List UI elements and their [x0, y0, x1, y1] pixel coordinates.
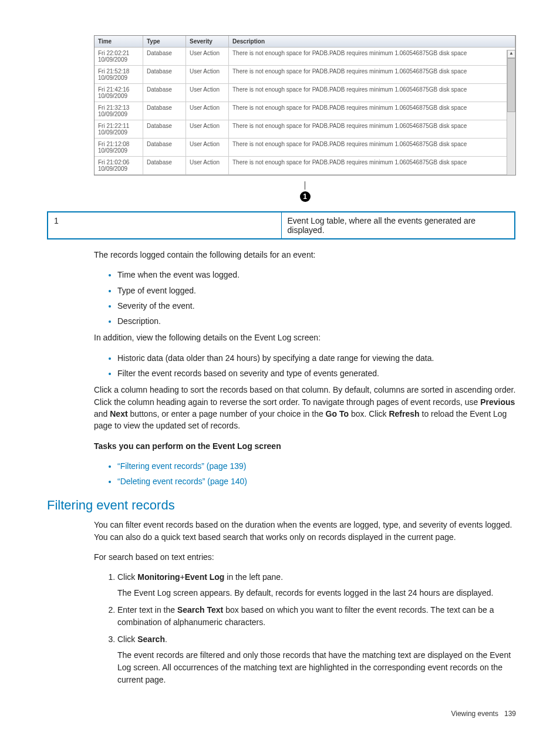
para-search-intro: For search based on text entries:: [94, 551, 516, 563]
page-footer: Viewing events 139: [47, 710, 516, 718]
list-item: Time when the event was logged.: [117, 269, 516, 281]
xref-link[interactable]: “Filtering event records” (page 139): [117, 461, 246, 471]
step-3-note: The event records are filtered and only …: [117, 649, 516, 686]
cell-severity: User Action: [186, 48, 229, 66]
heading-filtering-event-records: Filtering event records: [47, 498, 516, 513]
cell-description: There is not enough space for PADB.PADB …: [229, 102, 515, 120]
step-1-note: The Event Log screen appears. By default…: [117, 587, 516, 599]
cell-time: Fri 21:42:1610/09/2009: [95, 84, 143, 102]
cell-type: Database: [143, 48, 186, 66]
list-item[interactable]: “Filtering event records” (page 139): [117, 460, 516, 472]
cell-severity: User Action: [186, 157, 229, 175]
xref-link[interactable]: “Deleting event records” (page 140): [117, 477, 247, 486]
cell-time: Fri 21:32:1310/09/2009: [95, 102, 143, 120]
task-links-list: “Filtering event records” (page 139)“Del…: [94, 460, 516, 488]
cell-description: There is not enough space for PADB.PADB …: [229, 157, 515, 175]
legend-key: 1: [48, 212, 281, 239]
cell-severity: User Action: [186, 120, 229, 139]
cell-type: Database: [143, 66, 186, 84]
col-header-description[interactable]: Description: [229, 36, 515, 48]
step-2: Enter text in the Search Text box based …: [117, 604, 516, 629]
list-item[interactable]: “Deleting event records” (page 140): [117, 475, 516, 487]
list-item: Historic data (data older than 24 hours)…: [117, 352, 516, 364]
cell-severity: User Action: [186, 84, 229, 102]
cell-time: Fri 21:12:0810/09/2009: [95, 139, 143, 157]
cell-severity: User Action: [186, 139, 229, 157]
event-log-table: Time Type Severity Description Fri 22:02…: [94, 35, 516, 175]
para-records-intro: The records logged contain the following…: [94, 249, 516, 261]
table-row: Fri 22:02:2110/09/2009DatabaseUser Actio…: [95, 48, 515, 66]
callout: 1: [94, 181, 516, 202]
cell-description: There is not enough space for PADB.PADB …: [229, 48, 515, 66]
cell-description: There is not enough space for PADB.PADB …: [229, 84, 515, 102]
scroll-up-icon[interactable]: ▲: [507, 50, 515, 58]
cell-description: There is not enough space for PADB.PADB …: [229, 139, 515, 157]
para-filter-intro: You can filter event records based on th…: [94, 519, 516, 543]
list-item: Description.: [117, 315, 516, 327]
footer-page-number: 139: [504, 710, 516, 718]
table-row: Fri 21:02:0610/09/2009DatabaseUser Actio…: [95, 157, 515, 175]
event-table-header-row: Time Type Severity Description: [95, 36, 515, 48]
step-1: Click Monitoring+Event Log in the left p…: [117, 571, 516, 599]
list-item: Severity of the event.: [117, 300, 516, 312]
table-row: Fri 21:12:0810/09/2009DatabaseUser Actio…: [95, 139, 515, 157]
list-item: Filter the event records based on severi…: [117, 367, 516, 379]
para-in-addition: In addition, view the following details …: [94, 332, 516, 343]
cell-description: There is not enough space for PADB.PADB …: [229, 120, 515, 139]
table-row: Fri 21:52:1810/09/2009DatabaseUser Actio…: [95, 66, 515, 84]
scrollbar[interactable]: ▲: [507, 50, 515, 175]
cell-description: There is not enough space for PADB.PADB …: [229, 66, 515, 84]
para-sort-navigate: Click a column heading to sort the recor…: [94, 384, 516, 431]
table-row: Fri 21:42:1610/09/2009DatabaseUser Actio…: [95, 84, 515, 102]
cell-type: Database: [143, 157, 186, 175]
details-list: Time when the event was logged.Type of e…: [94, 269, 516, 327]
cell-type: Database: [143, 84, 186, 102]
col-header-type[interactable]: Type: [143, 36, 186, 48]
cell-time: Fri 21:22:1110/09/2009: [95, 120, 143, 139]
step-3: Click Search. The event records are filt…: [117, 633, 516, 686]
cell-type: Database: [143, 139, 186, 157]
legend-table: 1 Event Log table, where all the events …: [47, 211, 515, 239]
callout-number-icon: 1: [300, 191, 311, 202]
cell-time: Fri 21:02:0610/09/2009: [95, 157, 143, 175]
cell-severity: User Action: [186, 66, 229, 84]
table-row: Fri 21:32:1310/09/2009DatabaseUser Actio…: [95, 102, 515, 120]
list-item: Type of event logged.: [117, 285, 516, 296]
col-header-severity[interactable]: Severity: [186, 36, 229, 48]
footer-section: Viewing events: [451, 710, 498, 718]
cell-type: Database: [143, 120, 186, 139]
scroll-thumb[interactable]: [507, 58, 515, 112]
cell-severity: User Action: [186, 102, 229, 120]
cell-time: Fri 21:52:1810/09/2009: [95, 66, 143, 84]
search-steps: Click Monitoring+Event Log in the left p…: [94, 571, 516, 686]
cell-time: Fri 22:02:2110/09/2009: [95, 48, 143, 66]
tasks-heading: Tasks you can perform on the Event Log s…: [94, 440, 516, 452]
addition-list: Historic data (data older than 24 hours)…: [94, 352, 516, 380]
legend-value: Event Log table, where all the events ge…: [281, 212, 515, 239]
table-row: Fri 21:22:1110/09/2009DatabaseUser Actio…: [95, 120, 515, 139]
col-header-time[interactable]: Time: [95, 36, 143, 48]
cell-type: Database: [143, 102, 186, 120]
